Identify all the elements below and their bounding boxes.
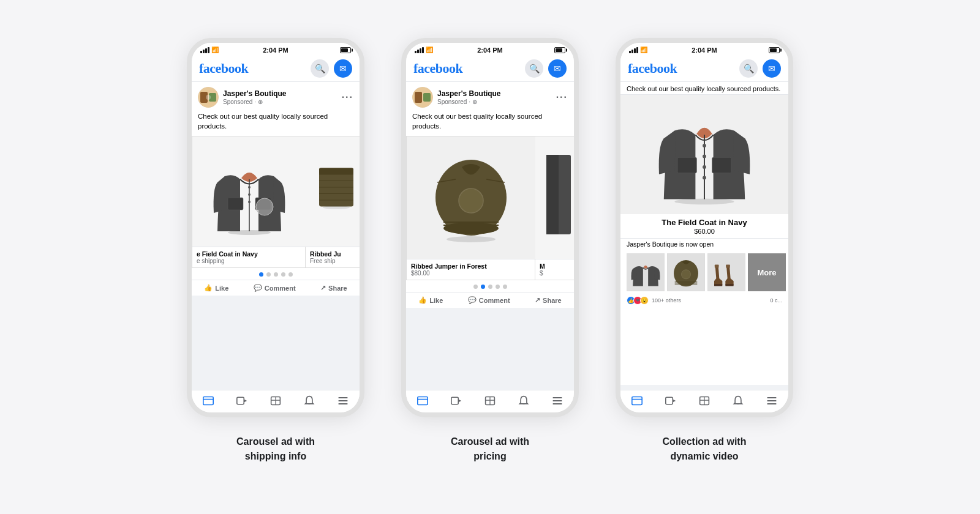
- comment-btn-2[interactable]: 💬 Comment: [468, 296, 510, 304]
- comment-btn-1[interactable]: 💬 Comment: [254, 284, 296, 292]
- battery-icon-1: [340, 47, 351, 53]
- svg-point-60: [703, 165, 706, 169]
- fb-header-icons-2: 🔍 ✉: [525, 59, 567, 78]
- svg-rect-68: [725, 284, 733, 286]
- dot-1-2: [266, 272, 271, 277]
- nav-notifications-1[interactable]: [303, 395, 315, 406]
- thumb-jacket-svg: [630, 255, 661, 289]
- svg-rect-44: [418, 397, 428, 404]
- main-scene: 📶 2:04 PM facebook 🔍 ✉: [150, 13, 830, 501]
- nav-notifications-2[interactable]: [518, 395, 530, 406]
- reaction-wow-icon: 😮: [640, 296, 649, 305]
- svg-rect-13: [319, 168, 353, 175]
- dot-1-3: [274, 272, 278, 277]
- thumb-boots-svg: [711, 255, 742, 289]
- comment-icon-2: 💬: [468, 296, 477, 304]
- share-label-2: Share: [543, 297, 562, 304]
- svg-point-61: [703, 176, 706, 180]
- nav-home-3[interactable]: [631, 395, 643, 406]
- search-icon[interactable]: 🔍: [311, 59, 329, 78]
- svg-rect-46: [451, 397, 458, 404]
- phone-nav-2: [406, 390, 574, 412]
- like-btn-2[interactable]: 👍 Like: [418, 296, 443, 304]
- nav-menu-1[interactable]: [337, 395, 349, 406]
- nav-video-3[interactable]: [665, 395, 677, 406]
- messenger-icon-2[interactable]: ✉: [548, 59, 567, 78]
- battery-icon-3: [769, 47, 780, 53]
- collection-thumbs: More: [620, 251, 788, 295]
- comment-icon-1: 💬: [254, 284, 262, 292]
- jacket-partial-svg: [543, 149, 574, 247]
- dot-1-1: [259, 272, 263, 277]
- collection-thumb-1[interactable]: [627, 253, 665, 291]
- carousel-name-1-1: e Field Coat in Navy: [197, 250, 301, 258]
- status-right-1: [340, 47, 351, 53]
- svg-rect-4: [228, 198, 243, 210]
- status-time-2: 2:04 PM: [477, 47, 503, 54]
- search-icon-3[interactable]: 🔍: [739, 59, 758, 78]
- svg-point-3: [206, 95, 211, 100]
- collection-thumb-2[interactable]: [667, 253, 705, 291]
- nav-marketplace-2[interactable]: [484, 395, 496, 406]
- nav-notifications-3[interactable]: [732, 395, 744, 406]
- svg-rect-55: [677, 157, 696, 173]
- svg-point-35: [459, 188, 483, 213]
- fb-header-3: facebook 🔍 ✉: [620, 56, 788, 82]
- fb-header-icons-1: 🔍 ✉: [311, 59, 352, 78]
- phone-content-1: Jasper's Boutique Sponsored · ⊕ ··· Chec…: [192, 82, 360, 390]
- nav-home-1[interactable]: [202, 395, 214, 406]
- ad-page-name-2: Jasper's Boutique: [437, 89, 501, 98]
- ad-more-btn-1[interactable]: ···: [342, 92, 353, 102]
- carousel-item-2-1[interactable]: Ribbed Jumper in Forest $80.00: [406, 136, 535, 280]
- collection-product-title: The Field Coat in Navy: [620, 214, 788, 228]
- carousel-sub-2-1: $80.00: [411, 270, 530, 277]
- carousel-name-2-2: M: [540, 263, 574, 270]
- caption-1: Carousel ad withshipping info: [236, 434, 315, 464]
- phone-content-3: Check out our best quality locally sourc…: [620, 82, 788, 390]
- messenger-icon[interactable]: ✉: [334, 59, 352, 78]
- nav-marketplace-3[interactable]: [698, 395, 710, 406]
- ad-header-left-1: Jasper's Boutique Sponsored · ⊕: [198, 87, 287, 108]
- svg-point-41: [447, 236, 496, 242]
- carousel-track-1[interactable]: e Field Coat in Navy e shipping: [192, 136, 360, 268]
- sweater-svg-2: [428, 149, 514, 247]
- collection-more-btn[interactable]: More: [748, 253, 786, 291]
- carousel-info-1-2: Ribbed Ju Free ship: [306, 247, 360, 267]
- svg-point-10: [228, 230, 271, 235]
- battery-fill-1: [341, 48, 348, 52]
- dot-2-5: [503, 285, 507, 289]
- nav-menu-3[interactable]: [766, 395, 778, 406]
- fb-logo-2: facebook: [413, 61, 462, 76]
- ad-header-2: Jasper's Boutique Sponsored · ⊕ ···: [406, 82, 574, 110]
- svg-rect-71: [632, 397, 642, 404]
- dot-1-4: [281, 272, 285, 277]
- share-btn-2[interactable]: ↗ Share: [535, 296, 562, 304]
- ad-more-btn-2[interactable]: ···: [556, 92, 568, 102]
- search-icon-2[interactable]: 🔍: [525, 59, 543, 78]
- phone-wrapper-1: 📶 2:04 PM facebook 🔍 ✉: [187, 38, 364, 464]
- phone-content-2: Jasper's Boutique Sponsored · ⊕ ··· Chec…: [406, 82, 574, 390]
- svg-point-11: [256, 198, 273, 215]
- messenger-icon-3[interactable]: ✉: [763, 59, 781, 78]
- collection-hero-3: [620, 95, 788, 214]
- phone-1: 📶 2:04 PM facebook 🔍 ✉: [187, 38, 364, 417]
- partial-caption-3: Check out our best quality locally sourc…: [620, 82, 788, 95]
- carousel-name-2-1: Ribbed Jumper in Forest: [411, 263, 530, 270]
- like-label-2: Like: [429, 297, 443, 304]
- nav-home-2[interactable]: [417, 395, 429, 406]
- collection-store: Jasper's Boutique is now open: [620, 238, 788, 251]
- carousel-item-2-2[interactable]: M $: [535, 136, 574, 280]
- share-btn-1[interactable]: ↗ Share: [320, 284, 347, 292]
- nav-menu-2[interactable]: [551, 395, 564, 406]
- like-btn-1[interactable]: 👍 Like: [204, 284, 228, 292]
- carousel-track-2[interactable]: Ribbed Jumper in Forest $80.00: [406, 136, 574, 280]
- nav-video-1[interactable]: [236, 395, 248, 406]
- collection-thumb-3[interactable]: [707, 253, 745, 291]
- carousel-item-1-2[interactable]: Ribbed Ju Free ship: [305, 136, 360, 268]
- nav-marketplace-1[interactable]: [270, 395, 282, 406]
- share-label-1: Share: [328, 285, 347, 292]
- ad-header-1: Jasper's Boutique Sponsored · ⊕ ···: [192, 82, 360, 110]
- fb-header-icons-3: 🔍 ✉: [739, 59, 781, 78]
- carousel-item-1-1[interactable]: e Field Coat in Navy e shipping: [192, 136, 305, 268]
- nav-video-2[interactable]: [450, 395, 462, 406]
